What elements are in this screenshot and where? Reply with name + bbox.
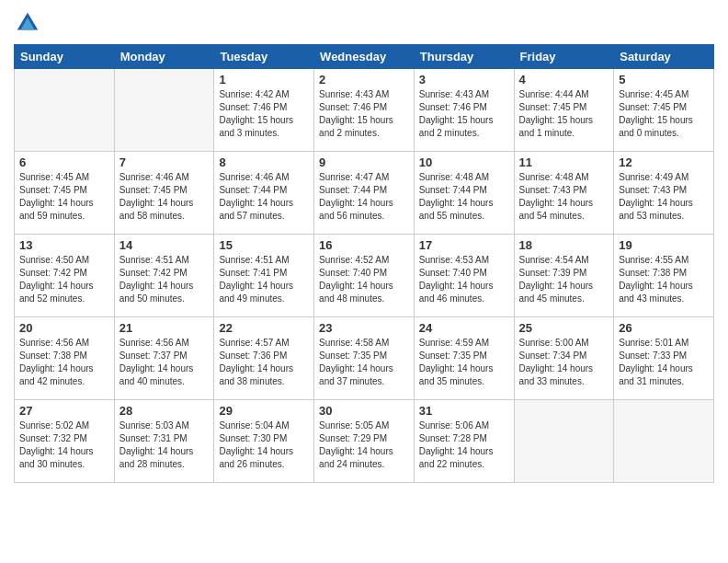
cell-info: Sunrise: 4:48 AMSunset: 7:44 PMDaylight:… — [419, 171, 509, 223]
cal-cell: 20Sunrise: 4:56 AMSunset: 7:38 PMDayligh… — [15, 317, 115, 400]
day-number: 23 — [319, 321, 409, 335]
cell-info: Sunrise: 5:02 AMSunset: 7:32 PMDaylight:… — [19, 419, 109, 471]
cal-cell — [15, 69, 115, 152]
week-row-2: 6Sunrise: 4:45 AMSunset: 7:45 PMDaylight… — [15, 152, 714, 235]
cal-cell: 15Sunrise: 4:51 AMSunset: 7:41 PMDayligh… — [214, 235, 314, 317]
day-number: 25 — [519, 321, 609, 335]
day-number: 10 — [419, 155, 509, 169]
week-row-5: 27Sunrise: 5:02 AMSunset: 7:32 PMDayligh… — [15, 400, 714, 483]
cell-info: Sunrise: 4:45 AMSunset: 7:45 PMDaylight:… — [619, 88, 709, 140]
cell-info: Sunrise: 4:43 AMSunset: 7:46 PMDaylight:… — [419, 88, 509, 140]
cal-cell: 5Sunrise: 4:45 AMSunset: 7:45 PMDaylight… — [614, 69, 714, 152]
cell-info: Sunrise: 4:59 AMSunset: 7:35 PMDaylight:… — [419, 337, 509, 388]
day-number: 13 — [19, 238, 109, 252]
cal-cell: 3Sunrise: 4:43 AMSunset: 7:46 PMDaylight… — [414, 69, 514, 152]
day-number: 11 — [519, 155, 609, 169]
cal-cell: 11Sunrise: 4:48 AMSunset: 7:43 PMDayligh… — [514, 152, 614, 235]
cal-cell: 10Sunrise: 4:48 AMSunset: 7:44 PMDayligh… — [414, 152, 514, 235]
cal-cell: 26Sunrise: 5:01 AMSunset: 7:33 PMDayligh… — [614, 317, 714, 400]
cal-cell — [614, 400, 714, 483]
cell-info: Sunrise: 4:48 AMSunset: 7:43 PMDaylight:… — [519, 171, 609, 223]
day-number: 24 — [419, 321, 509, 335]
day-number: 17 — [419, 238, 509, 252]
day-header-thursday: Thursday — [414, 45, 514, 69]
cell-info: Sunrise: 4:55 AMSunset: 7:38 PMDaylight:… — [619, 254, 709, 305]
week-row-3: 13Sunrise: 4:50 AMSunset: 7:42 PMDayligh… — [15, 235, 714, 317]
cell-info: Sunrise: 4:50 AMSunset: 7:42 PMDaylight:… — [19, 254, 109, 305]
day-number: 21 — [119, 321, 210, 335]
cell-info: Sunrise: 4:54 AMSunset: 7:39 PMDaylight:… — [519, 254, 609, 305]
cal-cell: 22Sunrise: 4:57 AMSunset: 7:36 PMDayligh… — [214, 317, 314, 400]
day-header-wednesday: Wednesday — [314, 45, 415, 69]
day-number: 26 — [619, 321, 709, 335]
day-number: 30 — [319, 404, 409, 418]
day-number: 16 — [319, 238, 409, 252]
day-header-friday: Friday — [514, 45, 614, 69]
header — [14, 9, 714, 37]
cal-cell: 13Sunrise: 4:50 AMSunset: 7:42 PMDayligh… — [15, 235, 115, 317]
cal-cell: 8Sunrise: 4:46 AMSunset: 7:44 PMDaylight… — [214, 152, 314, 235]
cal-cell: 21Sunrise: 4:56 AMSunset: 7:37 PMDayligh… — [114, 317, 214, 400]
cal-cell: 7Sunrise: 4:46 AMSunset: 7:45 PMDaylight… — [114, 152, 214, 235]
day-number: 6 — [19, 155, 109, 169]
cell-info: Sunrise: 4:44 AMSunset: 7:45 PMDaylight:… — [519, 88, 609, 140]
calendar-table: SundayMondayTuesdayWednesdayThursdayFrid… — [14, 44, 714, 483]
logo — [14, 9, 45, 37]
day-number: 1 — [219, 73, 309, 86]
calendar-body: 1Sunrise: 4:42 AMSunset: 7:46 PMDaylight… — [15, 69, 714, 483]
day-number: 31 — [419, 404, 509, 418]
cell-info: Sunrise: 4:58 AMSunset: 7:35 PMDaylight:… — [319, 337, 409, 388]
cell-info: Sunrise: 4:43 AMSunset: 7:46 PMDaylight:… — [319, 88, 409, 140]
cell-info: Sunrise: 4:47 AMSunset: 7:44 PMDaylight:… — [319, 171, 409, 223]
cal-cell: 27Sunrise: 5:02 AMSunset: 7:32 PMDayligh… — [15, 400, 115, 483]
header-row: SundayMondayTuesdayWednesdayThursdayFrid… — [15, 45, 714, 69]
day-header-saturday: Saturday — [614, 45, 714, 69]
cell-info: Sunrise: 5:06 AMSunset: 7:28 PMDaylight:… — [419, 419, 509, 471]
day-number: 18 — [519, 238, 609, 252]
day-header-sunday: Sunday — [15, 45, 115, 69]
cal-cell: 24Sunrise: 4:59 AMSunset: 7:35 PMDayligh… — [414, 317, 514, 400]
cal-cell: 25Sunrise: 5:00 AMSunset: 7:34 PMDayligh… — [514, 317, 614, 400]
cell-info: Sunrise: 4:53 AMSunset: 7:40 PMDaylight:… — [419, 254, 509, 305]
day-number: 9 — [319, 155, 409, 169]
cell-info: Sunrise: 5:05 AMSunset: 7:29 PMDaylight:… — [319, 419, 409, 471]
cal-cell: 30Sunrise: 5:05 AMSunset: 7:29 PMDayligh… — [314, 400, 415, 483]
day-number: 5 — [619, 73, 709, 86]
cell-info: Sunrise: 4:46 AMSunset: 7:44 PMDaylight:… — [219, 171, 309, 223]
cal-cell: 29Sunrise: 5:04 AMSunset: 7:30 PMDayligh… — [214, 400, 314, 483]
week-row-4: 20Sunrise: 4:56 AMSunset: 7:38 PMDayligh… — [15, 317, 714, 400]
cell-info: Sunrise: 4:46 AMSunset: 7:45 PMDaylight:… — [119, 171, 210, 223]
cal-cell: 23Sunrise: 4:58 AMSunset: 7:35 PMDayligh… — [314, 317, 415, 400]
cal-cell: 19Sunrise: 4:55 AMSunset: 7:38 PMDayligh… — [614, 235, 714, 317]
cell-info: Sunrise: 4:52 AMSunset: 7:40 PMDaylight:… — [319, 254, 409, 305]
day-number: 8 — [219, 155, 309, 169]
day-number: 14 — [119, 238, 210, 252]
day-number: 19 — [619, 238, 709, 252]
cal-cell: 2Sunrise: 4:43 AMSunset: 7:46 PMDaylight… — [314, 69, 415, 152]
day-number: 28 — [119, 404, 210, 418]
cal-cell: 18Sunrise: 4:54 AMSunset: 7:39 PMDayligh… — [514, 235, 614, 317]
day-header-monday: Monday — [114, 45, 214, 69]
cell-info: Sunrise: 4:51 AMSunset: 7:41 PMDaylight:… — [219, 254, 309, 305]
cal-cell: 9Sunrise: 4:47 AMSunset: 7:44 PMDaylight… — [314, 152, 415, 235]
day-number: 12 — [619, 155, 709, 169]
cal-cell — [114, 69, 214, 152]
calendar-page: SundayMondayTuesdayWednesdayThursdayFrid… — [0, 0, 728, 492]
cal-cell: 28Sunrise: 5:03 AMSunset: 7:31 PMDayligh… — [114, 400, 214, 483]
cal-cell: 1Sunrise: 4:42 AMSunset: 7:46 PMDaylight… — [214, 69, 314, 152]
cell-info: Sunrise: 4:57 AMSunset: 7:36 PMDaylight:… — [219, 337, 309, 388]
week-row-1: 1Sunrise: 4:42 AMSunset: 7:46 PMDaylight… — [15, 69, 714, 152]
cal-cell — [514, 400, 614, 483]
cell-info: Sunrise: 5:00 AMSunset: 7:34 PMDaylight:… — [519, 337, 609, 388]
cal-cell: 4Sunrise: 4:44 AMSunset: 7:45 PMDaylight… — [514, 69, 614, 152]
day-header-tuesday: Tuesday — [214, 45, 314, 69]
day-number: 29 — [219, 404, 309, 418]
cal-cell: 12Sunrise: 4:49 AMSunset: 7:43 PMDayligh… — [614, 152, 714, 235]
day-number: 15 — [219, 238, 309, 252]
day-number: 7 — [119, 155, 210, 169]
day-number: 2 — [319, 73, 409, 86]
cell-info: Sunrise: 5:01 AMSunset: 7:33 PMDaylight:… — [619, 337, 709, 388]
cal-cell: 14Sunrise: 4:51 AMSunset: 7:42 PMDayligh… — [114, 235, 214, 317]
cell-info: Sunrise: 4:56 AMSunset: 7:37 PMDaylight:… — [119, 337, 210, 388]
cal-cell: 31Sunrise: 5:06 AMSunset: 7:28 PMDayligh… — [414, 400, 514, 483]
